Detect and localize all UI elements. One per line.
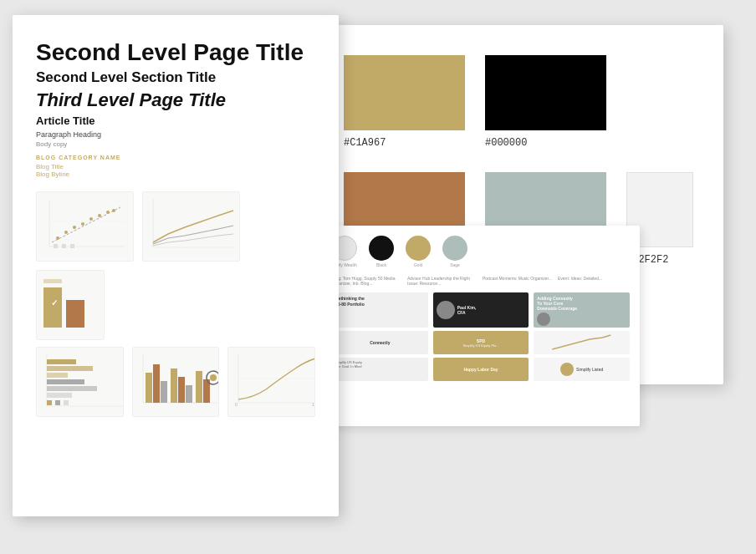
mini-block-chart: [534, 331, 630, 354]
svg-rect-15: [62, 244, 66, 248]
paragraph-heading: Paragraph Heading: [36, 130, 315, 139]
mini-header-row: Verify Wealth Black Gold Sage: [332, 236, 630, 267]
mini-categories: Blog: Tom Hugg, Supply 50 Media Organize…: [332, 276, 630, 286]
svg-point-49: [210, 374, 217, 381]
chart-hbar-box: [36, 347, 124, 417]
mini-block-simplify2: Simplify Listed: [534, 358, 630, 381]
svg-text:✓: ✓: [51, 298, 58, 307]
svg-rect-21: [43, 287, 62, 328]
svg-point-12: [106, 211, 110, 214]
color-swatch-black: #000000: [485, 55, 606, 149]
svg-point-7: [64, 231, 68, 234]
svg-rect-40: [146, 373, 152, 403]
chart-grouped-bar-box: [132, 347, 220, 417]
heading-level-1: Second Level Page Title: [36, 40, 315, 66]
mini-dot-dark: Black: [369, 236, 394, 267]
chart-small-bars-box: ✓: [36, 270, 105, 340]
chart-line2-box: 0 100: [227, 347, 315, 417]
svg-rect-34: [47, 400, 52, 405]
scatter-chart: [37, 192, 133, 257]
svg-rect-29: [47, 366, 93, 371]
mini-content-blocks: Rethinking the50-80 Portfolio Connectly …: [332, 292, 630, 381]
svg-rect-46: [196, 371, 202, 403]
svg-rect-42: [161, 381, 167, 403]
body-copy: Body copy: [36, 140, 315, 148]
svg-rect-43: [171, 368, 177, 403]
mini-dot-gold: Gold: [406, 236, 431, 267]
mini-block-simplify: Simplify US EquityOne Goal: In Mind: [332, 358, 428, 381]
mini-col-3: Adding ConvexityTo Your CoreDownside Cov…: [534, 292, 630, 381]
svg-rect-0: [37, 192, 133, 257]
svg-point-10: [89, 217, 93, 221]
swatch-black: [485, 55, 606, 130]
svg-rect-45: [186, 385, 192, 403]
svg-point-13: [112, 209, 115, 212]
hbar-chart: [37, 348, 124, 413]
mini-block-adding: Adding ConvexityTo Your CoreDownside Cov…: [534, 292, 630, 328]
mini-col-2: Paul Kim,CFA SPD Simplify US Equity Plu.…: [433, 292, 529, 381]
mini-block-rethinking: Rethinking the50-80 Portfolio: [332, 292, 428, 328]
svg-rect-32: [47, 386, 97, 391]
svg-text:0: 0: [235, 402, 238, 407]
typography-section: Second Level Page Title Second Level Sec…: [36, 40, 315, 178]
svg-rect-22: [43, 279, 62, 283]
svg-rect-30: [47, 373, 68, 378]
line-chart: [143, 192, 239, 257]
color-swatches-row-1: #C1A967 #000000: [344, 55, 693, 149]
mini-block-connectly: Connectly: [332, 331, 428, 354]
svg-rect-33: [47, 393, 72, 398]
svg-rect-16: [70, 244, 74, 248]
line-chart-2: 0 100: [228, 348, 315, 413]
article-title: Article Title: [36, 114, 315, 127]
heading-level-2: Second Level Section Title: [36, 69, 315, 86]
typography-card: Second Level Page Title Second Level Sec…: [13, 15, 339, 516]
svg-point-8: [73, 226, 76, 229]
blog-links: Blog Title Blog Byline: [36, 163, 315, 178]
svg-rect-41: [153, 364, 160, 403]
charts-row-2: 0 100: [36, 347, 315, 417]
svg-rect-14: [54, 244, 58, 248]
svg-rect-28: [47, 359, 76, 364]
svg-rect-36: [64, 400, 69, 405]
chart-scatter-box: [36, 191, 134, 262]
svg-rect-23: [66, 300, 84, 328]
chart-line-box: [142, 191, 240, 262]
mini-block-labor: Happy Labor Day: [433, 358, 529, 381]
mini-block-paul: Paul Kim,CFA: [433, 292, 529, 328]
blog-title: Blog Title: [36, 163, 315, 170]
svg-point-9: [81, 222, 84, 226]
svg-rect-35: [55, 400, 60, 405]
svg-point-6: [56, 236, 59, 240]
swatch-black-label: #000000: [485, 137, 527, 149]
mini-dot-sage: Sage: [442, 236, 467, 267]
mini-block-spd: SPD Simplify US Equity Plu...: [433, 331, 529, 354]
svg-rect-31: [47, 379, 84, 384]
heading-level-3: Third Level Page Title: [36, 89, 315, 111]
blog-category: BLOG CATEGORY NAME: [36, 155, 315, 160]
svg-point-11: [98, 214, 101, 217]
svg-rect-44: [178, 377, 185, 403]
color-palette-card: #C1A967 #000000 #B27849 #ACBDBA #F2F2F2 …: [314, 25, 723, 384]
grouped-bar-chart: [133, 348, 220, 413]
svg-rect-50: [228, 348, 315, 413]
blog-byline: Blog Byline: [36, 170, 315, 178]
small-bars-chart: ✓: [37, 271, 104, 336]
mini-col-1: Rethinking the50-80 Portfolio Connectly …: [332, 292, 428, 381]
swatch-gold: [344, 55, 465, 130]
color-swatch-gold: #C1A967: [344, 55, 465, 149]
charts-row-1: ✓: [36, 191, 315, 340]
swatch-gold-label: #C1A967: [344, 137, 386, 149]
mini-preview-card: Verify Wealth Black Gold Sage Blog: Tom …: [322, 226, 640, 426]
svg-text:100: 100: [312, 402, 315, 407]
